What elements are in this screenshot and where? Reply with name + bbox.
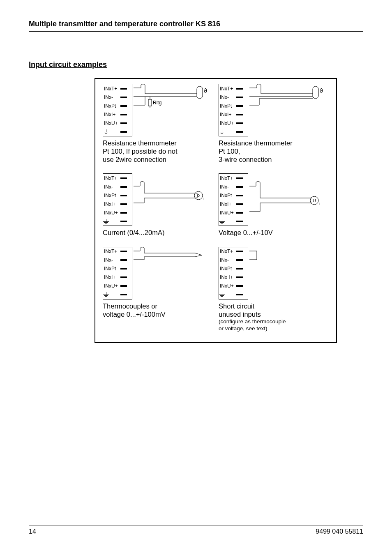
schematic-voltage: U - + — [249, 173, 327, 227]
svg-text:I: I — [197, 193, 198, 198]
circuit-rtd-3wire: INxT+ INx- INxPt INxI+ INxU+ — [219, 84, 329, 164]
svg-point-30 — [194, 191, 203, 200]
terminal-block: INxT+ INx- INxPt INxI+ INxU+ — [103, 84, 132, 136]
svg-line-57 — [195, 255, 202, 257]
svg-rect-11 — [197, 86, 203, 99]
circuit-current: INxT+ INx- INxPt INxI+ INxU+ — [103, 173, 213, 237]
schematic-rtd-3wire: ϑ — [249, 84, 327, 137]
svg-text:+: + — [203, 196, 205, 201]
svg-text:ϑ: ϑ — [320, 88, 323, 94]
document-number: 9499 040 55811 — [316, 528, 363, 535]
schematic-short — [249, 247, 274, 300]
section-heading: Input circuit examples — [29, 60, 363, 69]
svg-rect-6 — [148, 99, 152, 106]
svg-text:-: - — [318, 194, 320, 199]
terminal-block: INxT+ INx- INxPt INxI+ INxU+ — [219, 173, 248, 226]
header-title: Multiple transmitter and temperature con… — [29, 20, 363, 28]
terminal-block: INxT+ INx- INxPt INxI+ INxU+ — [103, 173, 132, 226]
page-header: Multiple transmitter and temperature con… — [29, 20, 363, 32]
input-circuit-figure: INxT+ INx- INxPt INxI+ INxU+ — [95, 78, 337, 343]
circuit-thermocouple: INxT+ INx- INxPt INxI+ INxU+ — [103, 247, 213, 332]
terminal-block: INxT+ INx- INxPt INx I+ INxU+ — [219, 247, 248, 299]
svg-point-58 — [201, 255, 202, 256]
svg-text:+: + — [318, 201, 321, 206]
schematic-current: - + I — [134, 173, 212, 227]
theta-symbol: ϑ — [204, 88, 207, 94]
svg-line-56 — [195, 253, 202, 255]
circuit-voltage-10v: INxT+ INx- INxPt INxI+ INxU+ — [219, 173, 329, 237]
svg-text:U: U — [313, 198, 316, 203]
terminal-tick — [120, 88, 127, 90]
terminal-tick — [120, 131, 127, 133]
terminal-block: INxT+ INx- INxPt INxI+ INxU+ — [103, 247, 132, 299]
svg-rect-21 — [313, 86, 318, 99]
page-number: 14 — [29, 528, 36, 535]
rltg-label: Rltg — [153, 100, 161, 106]
terminal-tick — [120, 114, 127, 115]
schematic-thermocouple — [134, 247, 212, 300]
schematic-rtd-2wire: Rltg ϑ — [134, 84, 212, 137]
page-footer: 14 9499 040 55811 — [29, 525, 363, 535]
terminal-tick — [120, 122, 127, 124]
terminal-block: INxT+ INx- INxPt INxI+ INxU+ — [219, 84, 248, 136]
circuit-rtd-2wire: INxT+ INx- INxPt INxI+ INxU+ — [103, 84, 213, 164]
circuit-short-unused: INxT+ INx- INxPt INx I+ INxU+ Short circ… — [219, 247, 329, 332]
terminal-tick — [120, 97, 127, 98]
terminal-tick — [120, 105, 127, 107]
svg-text:-: - — [203, 189, 204, 194]
